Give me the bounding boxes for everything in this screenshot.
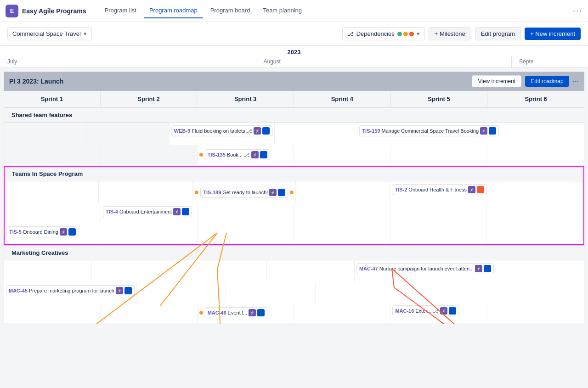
tis5-card[interactable]: TIS-5 Onboard Dining ⚡ <box>6 226 79 237</box>
mac-r2-c1: MAC-45 Prepare marketing program for lau… <box>4 282 137 303</box>
blue-tis4 <box>182 208 189 215</box>
orange-dot-tis189-right <box>290 191 294 194</box>
marketing-creatives-section: Marketing Creatives MAC-47 Nurture campa… <box>4 245 584 323</box>
red-tis2 <box>477 186 484 193</box>
blue-badge-tis159 <box>489 127 496 135</box>
mac45-card[interactable]: MAC-45 Prepare marketing program for lau… <box>6 285 135 296</box>
milestone-button[interactable]: + Milestone <box>429 27 471 40</box>
shared-r1-c4 <box>275 123 357 145</box>
network-icon-mac16: ⎇ <box>433 308 439 314</box>
nav-program-roadmap[interactable]: Program roadmap <box>144 3 203 18</box>
tis-r3-c4 <box>294 224 390 244</box>
pi-more-button[interactable]: ··· <box>573 77 579 85</box>
mac16-card[interactable]: MAC-16 Exter... ⎇ ⚡ <box>392 305 458 316</box>
timeline-header: 2023 July August Septe <box>0 46 588 68</box>
tis-r1-c4 <box>296 181 390 203</box>
flash-mac16: ⚡ <box>440 307 447 315</box>
tis-r2-c6 <box>487 203 583 224</box>
nav-program-board[interactable]: Program board <box>205 3 256 18</box>
timeline-month-sept: Septe <box>511 56 588 67</box>
chevron-down-icon: ▾ <box>84 30 87 37</box>
tis-r1-c1 <box>5 181 99 203</box>
tis159-card[interactable]: TIS-159 Manage Commercial Space Travel B… <box>359 125 499 136</box>
tis4-card[interactable]: TIS-4 Onboard Entertainment ⚡ <box>103 206 192 217</box>
mac-r2-c6 <box>494 282 584 303</box>
shared-r2-c4 <box>294 145 390 165</box>
program-select[interactable]: Commercial Space Travel ▾ <box>7 27 92 40</box>
shared-r2-c5 <box>390 145 487 165</box>
dependencies-button[interactable]: ⎇ Dependencies ▾ <box>342 27 425 40</box>
edit-roadmap-button[interactable]: Edit roadmap <box>525 76 569 87</box>
app-logo-icon: E <box>6 5 18 17</box>
tis-r1-c3: TIS-189 Get ready to launch! ⚡ <box>193 181 296 203</box>
shared-r2-c6 <box>487 145 584 165</box>
tis-r2-c3 <box>198 203 294 224</box>
nav-team-planning[interactable]: Team planning <box>257 3 307 18</box>
tis189-card[interactable]: TIS-189 Get ready to launch! ⚡ <box>200 187 288 198</box>
mac-r3-c3: MAC-46 Event l... ⚡ <box>198 303 294 323</box>
sprint-5-header: Sprint 5 <box>391 91 488 107</box>
tis2-card[interactable]: TIS-2 Onboard Health & Fitness ⚡ <box>392 184 486 195</box>
shared-r2-c2 <box>101 145 197 165</box>
mac-r1-c2 <box>92 260 180 282</box>
pi-block: PI 3 2023: Launch View increment Edit ro… <box>4 72 584 324</box>
mac-r1-c5: MAC-47 Nurture campaign for launch event… <box>355 260 496 282</box>
flash-icon-tis159: ⚡ <box>480 127 487 135</box>
new-increment-button[interactable]: + New increment <box>525 28 581 40</box>
tis-row-1: TIS-189 Get ready to launch! ⚡ TIS-2 Onb… <box>5 181 583 203</box>
edit-program-button[interactable]: Edit program <box>475 27 521 40</box>
toolbar-right: ⎇ Dependencies ▾ + Milestone Edit progra… <box>342 27 581 40</box>
tis135-card[interactable]: TIS-135 Book... ⎇ ⚡ <box>205 149 270 160</box>
blue-mac46 <box>257 309 265 316</box>
flash-tis2: ⚡ <box>468 186 475 193</box>
mac-r1-c3 <box>179 260 267 282</box>
flash-tis189: ⚡ <box>269 189 277 196</box>
nav-program-list[interactable]: Program list <box>99 3 142 18</box>
blue-mac47 <box>484 265 491 272</box>
tis-r1-c2 <box>99 181 193 203</box>
mac-r1-c6 <box>496 260 584 282</box>
view-increment-button[interactable]: View increment <box>472 75 521 87</box>
sprint-header: Sprint 1 Sprint 2 Sprint 3 Sprint 4 Spri… <box>4 91 584 107</box>
tis-r3-c2 <box>101 224 198 244</box>
milestone-label: + Milestone <box>435 30 465 37</box>
tis-r2-c2: TIS-4 Onboard Entertainment ⚡ <box>101 203 198 224</box>
sprint-4-header: Sprint 4 <box>294 91 391 107</box>
mac46-card[interactable]: MAC-46 Event l... ⚡ <box>205 307 268 318</box>
tis-r2-c1 <box>5 203 101 224</box>
tis-r1-c6 <box>489 181 583 203</box>
nav-links: Program list Program roadmap Program boa… <box>99 3 307 18</box>
tis-r3-c5 <box>390 224 487 244</box>
mac-row-3: MAC-46 Event l... ⚡ MAC-16 Exter... ⎇ ⚡ <box>4 303 584 323</box>
app-logo: E Easy Agile Programs <box>6 5 86 17</box>
tis-r2-c5 <box>390 203 487 224</box>
mac-r3-c1 <box>4 303 101 323</box>
sprint-1-header: Sprint 1 <box>4 91 101 107</box>
mac-r3-c6 <box>487 303 584 323</box>
shared-r1-c3: WEB-9 Fluid booking on tablets ⎇ ⚡ <box>170 123 275 145</box>
dep-dot-red <box>409 32 414 36</box>
tis-row-3: TIS-5 Onboard Dining ⚡ <box>5 224 583 244</box>
shared-team-features-section: Shared team features WEB-9 Fluid booking… <box>4 107 584 165</box>
blue-tis189 <box>278 189 285 196</box>
web9-card[interactable]: WEB-9 Fluid booking on tablets ⎇ ⚡ <box>171 125 273 136</box>
timeline-months: July August Septe <box>0 56 588 67</box>
teams-in-space-section: Teams In Space Program TIS-189 Get ready… <box>4 166 584 245</box>
pi-actions: View increment Edit roadmap ··· <box>472 75 579 87</box>
timeline-month-july: July <box>0 56 256 67</box>
network-icon: ⎇ <box>246 128 252 134</box>
shared-r1-c2 <box>87 123 170 145</box>
edit-program-label: Edit program <box>481 30 515 37</box>
nav-more-button[interactable]: ··· <box>573 6 582 16</box>
tis-r3-c3 <box>198 224 294 244</box>
flash-tis4: ⚡ <box>173 208 181 215</box>
mac47-card[interactable]: MAC-47 Nurture campaign for launch event… <box>356 263 494 274</box>
shared-r1-c5: TIS-159 Manage Commercial Space Travel B… <box>357 123 501 145</box>
tis-r3-c6 <box>487 224 583 244</box>
mac-r2-c3 <box>226 282 316 303</box>
flash-mac45: ⚡ <box>116 287 123 294</box>
orange-dot-mac46 <box>199 311 203 315</box>
shared-r2-c1 <box>4 145 101 165</box>
dep-dot-green <box>397 32 402 36</box>
new-increment-label: + New increment <box>530 30 575 37</box>
